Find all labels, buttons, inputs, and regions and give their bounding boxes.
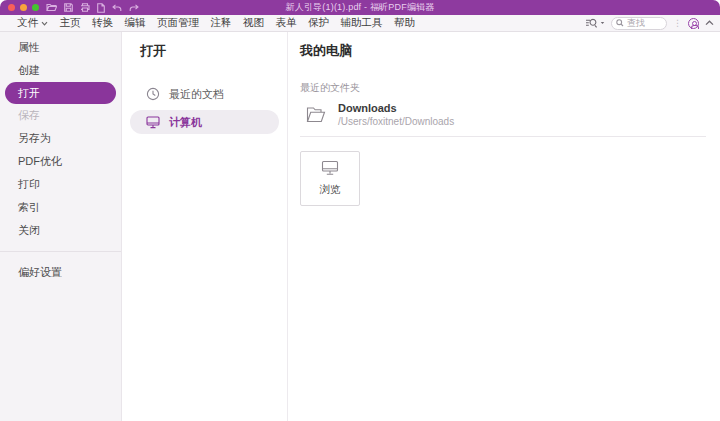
menu-tab-file-label: 文件 <box>17 16 38 30</box>
more-dots-separator: ⋮ <box>673 19 682 28</box>
caret-down-icon <box>600 21 605 25</box>
computer-icon <box>321 160 339 176</box>
recent-folder-path: /Users/foxitnet/Downloads <box>338 116 454 127</box>
foxit-pdf-editor-window: 新人引导(1)(1).pdf - 福昕PDF编辑器 文件 主页 转换 编辑 页面… <box>0 0 720 421</box>
open-locations-panel: 打开 最近的文档 计算机 <box>122 32 288 421</box>
menubar-right-tools: ⋮ <box>585 17 720 30</box>
window-title: 新人引导(1)(1).pdf - 福昕PDF编辑器 <box>0 0 720 15</box>
sidebar-item-open[interactable]: 打开 <box>5 82 116 104</box>
content-title: 我的电脑 <box>300 42 706 60</box>
sidebar-item-close[interactable]: 关闭 <box>0 219 121 242</box>
chevron-up-icon <box>705 20 714 26</box>
recent-folder-name: Downloads <box>338 102 454 114</box>
location-item-label: 最近的文档 <box>169 87 224 102</box>
titlebar: 新人引导(1)(1).pdf - 福昕PDF编辑器 <box>0 0 720 15</box>
collapse-toolbar-button[interactable] <box>705 20 714 26</box>
menu-tab-help[interactable]: 帮助 <box>394 16 415 30</box>
menu-tab-accessibility[interactable]: 辅助工具 <box>341 16 383 30</box>
folder-icon <box>306 106 326 123</box>
menu-tab-protect[interactable]: 保护 <box>308 16 329 30</box>
backstage-view: 属性 创建 打开 保存 另存为 PDF优化 打印 索引 关闭 偏好设置 打开 最… <box>0 32 720 421</box>
menu-tab-comment[interactable]: 注释 <box>211 16 232 30</box>
recent-folder-texts: Downloads /Users/foxitnet/Downloads <box>338 102 454 127</box>
menu-tab-edit[interactable]: 编辑 <box>125 16 146 30</box>
computer-icon <box>146 116 160 129</box>
my-computer-panel: 我的电脑 最近的文件夹 Downloads /Users/foxitnet/Do… <box>288 32 720 421</box>
sidebar-divider <box>0 251 121 252</box>
search-icon <box>616 19 624 27</box>
sidebar-item-print[interactable]: 打印 <box>0 173 121 196</box>
find-replace-icon[interactable] <box>585 18 605 29</box>
sidebar-item-properties[interactable]: 属性 <box>0 36 121 59</box>
menu-tab-view[interactable]: 视图 <box>243 16 264 30</box>
sidebar-item-save: 保存 <box>0 104 121 127</box>
sidebar-item-index[interactable]: 索引 <box>0 196 121 219</box>
menu-tabs: 文件 主页 转换 编辑 页面管理 注释 视图 表单 保护 辅助工具 帮助 <box>0 16 415 30</box>
sidebar-item-pdf-optimize[interactable]: PDF优化 <box>0 150 121 173</box>
open-locations-list: 最近的文档 计算机 <box>122 82 287 134</box>
recent-folders-label: 最近的文件夹 <box>300 81 706 95</box>
account-avatar-icon[interactable] <box>688 18 699 29</box>
sidebar-item-create[interactable]: 创建 <box>0 59 121 82</box>
chevron-down-icon <box>41 21 48 26</box>
search-box <box>611 17 667 30</box>
menu-tab-page-organize[interactable]: 页面管理 <box>157 16 199 30</box>
menu-tab-home[interactable]: 主页 <box>60 16 81 30</box>
recent-folder-item-downloads[interactable]: Downloads /Users/foxitnet/Downloads <box>300 102 706 137</box>
menu-tab-convert[interactable]: 转换 <box>92 16 113 30</box>
clock-icon <box>146 87 160 101</box>
location-item-recent-documents[interactable]: 最近的文档 <box>130 82 279 106</box>
sidebar-item-preferences[interactable]: 偏好设置 <box>0 261 121 284</box>
location-item-label: 计算机 <box>169 115 202 130</box>
sidebar-item-save-as[interactable]: 另存为 <box>0 127 121 150</box>
browse-button-label: 浏览 <box>320 183 341 197</box>
menubar: 文件 主页 转换 编辑 页面管理 注释 视图 表单 保护 辅助工具 帮助 ⋮ <box>0 15 720 32</box>
location-item-computer[interactable]: 计算机 <box>130 110 279 134</box>
open-panel-title: 打开 <box>122 42 287 60</box>
browse-button[interactable]: 浏览 <box>300 151 360 206</box>
file-menu-sidebar: 属性 创建 打开 保存 另存为 PDF优化 打印 索引 关闭 偏好设置 <box>0 32 122 421</box>
menu-tab-form[interactable]: 表单 <box>276 16 297 30</box>
search-input[interactable] <box>627 18 662 28</box>
menu-tab-file[interactable]: 文件 <box>17 16 48 30</box>
